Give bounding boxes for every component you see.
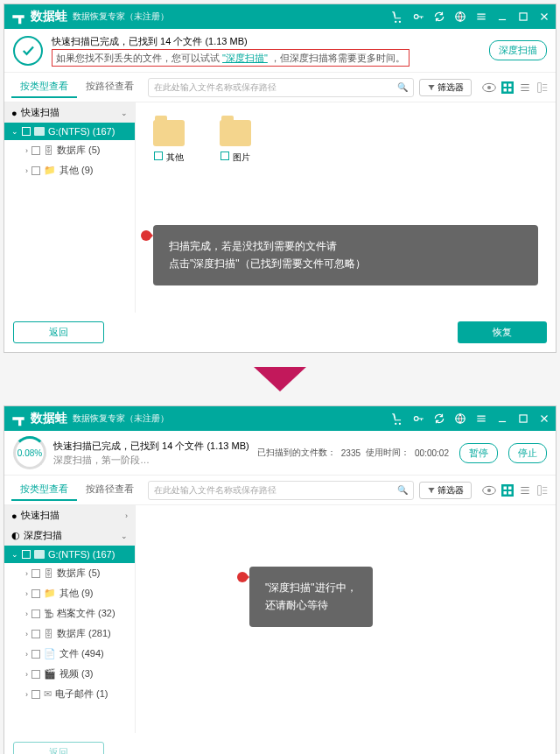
- refresh-icon[interactable]: [433, 11, 445, 23]
- toolbar-row: 按类型查看 按路径查看 在此处输入文件名称或保存路径 🔍 筛选器: [4, 476, 556, 505]
- checkbox[interactable]: [32, 690, 40, 699]
- chevron-down-icon: ⌄: [11, 550, 18, 559]
- check-icon: [13, 36, 43, 66]
- folder-images[interactable]: 图片: [220, 120, 251, 164]
- folder-icon: [153, 120, 185, 146]
- detail-view-icon[interactable]: [536, 81, 549, 94]
- checkbox[interactable]: [22, 550, 31, 559]
- app-subtitle: 数据恢复专家（未注册）: [73, 11, 169, 23]
- maximize-icon[interactable]: [517, 11, 529, 23]
- cart-icon[interactable]: [391, 11, 403, 23]
- refresh-icon[interactable]: [433, 412, 445, 425]
- sidebar-item[interactable]: ›🎬视频 (3): [4, 664, 135, 684]
- sidebar-item[interactable]: ›🗜档案文件 (32): [4, 603, 135, 624]
- video-icon: 🎬: [44, 668, 56, 680]
- grid-view-icon[interactable]: [501, 81, 514, 94]
- pause-button[interactable]: 暂停: [459, 443, 498, 463]
- checkbox[interactable]: [154, 152, 163, 160]
- sidebar-drive[interactable]: ⌄ G:(NTFS) (167): [4, 546, 135, 563]
- search-placeholder: 在此处输入文件名称或保存路径: [154, 81, 276, 94]
- list-view-icon[interactable]: [519, 81, 531, 94]
- checkbox[interactable]: [32, 166, 40, 175]
- detail-view-icon[interactable]: [536, 484, 549, 497]
- minimize-icon[interactable]: [496, 11, 508, 23]
- maximize-icon[interactable]: [517, 412, 529, 425]
- chevron-right-icon: ›: [25, 670, 28, 679]
- sidebar-item[interactable]: ›🗄数据库 (281): [4, 624, 135, 644]
- checkbox[interactable]: [32, 630, 40, 638]
- sidebar-item[interactable]: ›✉电子邮件 (1): [4, 684, 135, 704]
- sidebar-quick-scan[interactable]: ● 快速扫描 ⌄: [4, 102, 135, 123]
- checkbox[interactable]: [32, 146, 40, 155]
- db-icon: 🗄: [44, 629, 53, 639]
- tooltip-line1: 扫描完成，若是没找到需要的文件请: [169, 237, 522, 255]
- key-icon[interactable]: [412, 11, 424, 23]
- titlebar: 数据蛙 数据恢复专家（未注册）: [4, 4, 556, 29]
- folder-icon: 📁: [44, 165, 56, 176]
- checkbox[interactable]: [32, 650, 40, 659]
- svg-rect-6: [508, 83, 512, 87]
- app-name: 数据蛙: [31, 411, 67, 426]
- search-icon[interactable]: 🔍: [397, 485, 408, 495]
- key-icon[interactable]: [412, 412, 424, 425]
- tab-by-type[interactable]: 按类型查看: [11, 76, 77, 98]
- folder-other[interactable]: 其他: [153, 120, 185, 164]
- sidebar-item[interactable]: ›📁其他 (9): [4, 583, 135, 603]
- grid-view-icon[interactable]: [501, 484, 514, 497]
- chevron-right-icon[interactable]: ›: [125, 511, 128, 520]
- sidebar-item-other[interactable]: › 📁 其他 (9): [4, 160, 135, 180]
- chevron-down-icon[interactable]: ⌄: [121, 109, 128, 117]
- footer: 返回 恢复: [4, 313, 556, 352]
- checkbox[interactable]: [32, 569, 40, 578]
- eye-icon[interactable]: [482, 485, 496, 496]
- filter-button[interactable]: 筛选器: [419, 79, 472, 96]
- list-view-icon[interactable]: [519, 484, 531, 497]
- search-icon[interactable]: 🔍: [397, 82, 408, 92]
- menu-icon[interactable]: [475, 11, 487, 23]
- sidebar-deep-scan[interactable]: ◐ 深度扫描 ⌄: [4, 525, 135, 546]
- sidebar-item[interactable]: ›🗄数据库 (5): [4, 563, 135, 583]
- deep-scan-link[interactable]: "深度扫描": [222, 53, 268, 63]
- filter-button[interactable]: 筛选器: [419, 482, 472, 499]
- tab-by-path[interactable]: 按路径查看: [77, 479, 143, 501]
- checkbox[interactable]: [32, 670, 40, 679]
- hint-tooltip: 扫描完成，若是没找到需要的文件请 点击"深度扫描"（已找到需要文件可忽略）: [153, 225, 538, 285]
- tab-by-path[interactable]: 按路径查看: [77, 76, 143, 98]
- checkbox[interactable]: [32, 610, 40, 618]
- menu-icon[interactable]: [475, 412, 487, 425]
- back-button[interactable]: 返回: [13, 742, 104, 754]
- stop-button[interactable]: 停止: [508, 443, 547, 463]
- svg-point-4: [487, 86, 491, 89]
- archive-icon: 🗜: [44, 609, 53, 619]
- recover-button[interactable]: 恢复: [458, 321, 547, 343]
- sidebar-drive[interactable]: ⌄ G:(NTFS) (167): [4, 123, 135, 140]
- search-input[interactable]: 在此处输入文件名称或保存路径 🔍: [148, 481, 414, 500]
- chevron-right-icon: ›: [25, 589, 28, 598]
- tab-by-type[interactable]: 按类型查看: [11, 479, 77, 501]
- close-icon[interactable]: [538, 412, 550, 425]
- bullet-icon: ●: [11, 108, 18, 118]
- window-deep-scanning: 数据蛙 数据恢复专家（未注册） 0.08% 快速扫描已完成，已找到 14 个文件…: [4, 405, 556, 754]
- titlebar: 数据蛙 数据恢复专家（未注册）: [4, 406, 556, 431]
- search-input[interactable]: 在此处输入文件名称或保存路径 🔍: [148, 78, 414, 97]
- back-button[interactable]: 返回: [13, 321, 104, 343]
- svg-rect-17: [508, 486, 512, 490]
- deep-scan-button[interactable]: 深度扫描: [489, 40, 547, 60]
- sidebar-item-database[interactable]: › 🗄 数据库 (5): [4, 140, 135, 160]
- filter-icon: [427, 83, 436, 92]
- checkbox[interactable]: [32, 589, 40, 598]
- checkbox[interactable]: [22, 127, 31, 136]
- mail-icon: ✉: [44, 688, 52, 700]
- close-icon[interactable]: [538, 11, 550, 23]
- minimize-icon[interactable]: [496, 412, 508, 425]
- cart-icon[interactable]: [391, 412, 403, 425]
- globe-icon[interactable]: [454, 412, 466, 425]
- globe-icon[interactable]: [454, 11, 466, 23]
- main-body: ● 快速扫描 › ◐ 深度扫描 ⌄ ⌄ G:(NTFS) (167) ›🗄数据库…: [4, 505, 556, 733]
- chevron-down-icon[interactable]: ⌄: [121, 532, 128, 540]
- svg-rect-16: [504, 486, 508, 490]
- checkbox[interactable]: [220, 152, 229, 160]
- sidebar-quick-scan[interactable]: ● 快速扫描 ›: [4, 505, 135, 525]
- eye-icon[interactable]: [482, 82, 496, 93]
- sidebar-item[interactable]: ›📄文件 (494): [4, 644, 135, 664]
